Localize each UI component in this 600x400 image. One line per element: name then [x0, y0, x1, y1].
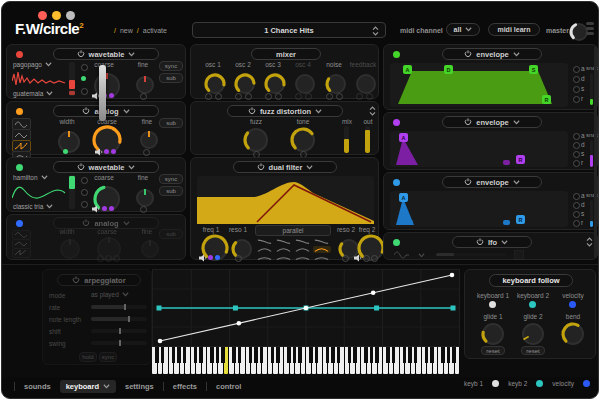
filter-type-button[interactable] — [255, 254, 273, 261]
sustain-handle[interactable] — [503, 160, 510, 165]
filter-type-button[interactable] — [274, 238, 292, 245]
piano-key-black[interactable] — [249, 347, 252, 363]
mod-slot[interactable] — [113, 255, 120, 262]
mod-slot[interactable] — [305, 93, 312, 100]
midi-channel-dropdown[interactable]: all — [446, 23, 480, 36]
osc2-type-dropdown[interactable]: analog — [53, 105, 159, 117]
attack-handle[interactable]: A — [403, 65, 412, 74]
mod-slot[interactable] — [235, 93, 242, 100]
piano-key-black[interactable] — [161, 347, 164, 363]
fuzz-distortion-dropdown[interactable]: fuzz distortion — [227, 105, 343, 117]
mod-slot[interactable] — [235, 255, 242, 262]
lfo-rate-slider[interactable] — [436, 253, 506, 256]
lfo-sync-toggle[interactable] — [514, 250, 524, 260]
piano-key-black[interactable] — [232, 347, 235, 363]
keyboard1-indicator[interactable] — [489, 301, 496, 308]
filter-response-display[interactable] — [197, 176, 374, 224]
nav-activate-link[interactable]: activate — [143, 27, 167, 34]
tab-effects[interactable]: effects — [173, 382, 197, 391]
lfo-stepper-icon[interactable] — [586, 237, 593, 247]
osc4-shape-saw-button[interactable] — [12, 248, 31, 258]
piano-key-black[interactable] — [348, 347, 351, 363]
osc3-type-dropdown[interactable]: wavetable — [53, 161, 159, 173]
mod-slot[interactable] — [366, 93, 373, 100]
power-icon[interactable] — [77, 163, 85, 171]
piano-key-black[interactable] — [309, 347, 312, 363]
mod-source-dot[interactable] — [111, 149, 116, 154]
mod-slot[interactable] — [215, 93, 222, 100]
mod-slot[interactable] — [205, 93, 212, 100]
filter-routing-selector[interactable]: parallel — [255, 225, 331, 236]
arp-sync-button[interactable]: sync — [99, 352, 117, 362]
osc3-sync-button[interactable]: sync — [159, 174, 183, 184]
piano-keyboard[interactable] — [152, 347, 460, 374]
arp-hold-button[interactable]: hold — [79, 352, 97, 362]
window-minimize-button[interactable] — [52, 11, 61, 20]
piano-key-black[interactable] — [425, 347, 428, 363]
osc1-enable-indicator[interactable] — [16, 51, 23, 58]
sustain-handle[interactable]: S — [529, 65, 538, 74]
osc3-sub-button[interactable]: sub — [159, 186, 183, 196]
power-icon[interactable] — [257, 163, 265, 171]
filter-type-button[interactable] — [274, 246, 292, 253]
env-s-radio[interactable] — [573, 86, 580, 93]
piano-key-black[interactable] — [452, 347, 455, 363]
arpeggiator-dropdown[interactable]: arpeggiator — [57, 274, 141, 286]
piano-key-black[interactable] — [276, 347, 279, 363]
env-d-radio[interactable] — [573, 202, 580, 209]
piano-key-black[interactable] — [375, 347, 378, 363]
env-d-radio[interactable] — [573, 76, 580, 83]
osc1-waveform-display[interactable] — [12, 70, 66, 90]
piano-key-black[interactable] — [287, 347, 290, 363]
arp-rate-slider[interactable] — [91, 305, 147, 309]
piano-key-black[interactable] — [199, 347, 202, 363]
env-a-radio[interactable] — [573, 193, 580, 200]
envelope3-enable-indicator[interactable] — [393, 179, 400, 186]
envelope1-dropdown[interactable]: envelope — [442, 48, 542, 60]
speaker-mod-icon[interactable] — [199, 254, 207, 262]
piano-key-black[interactable] — [414, 347, 417, 363]
arp-shift-slider[interactable] — [91, 329, 147, 333]
piano-key-black[interactable] — [216, 347, 219, 363]
mod-slot[interactable] — [97, 255, 104, 262]
osc2-width-knob[interactable] — [55, 128, 83, 156]
filter-type-button[interactable] — [313, 246, 331, 253]
osc3-mod-slot[interactable] — [81, 201, 88, 208]
out-slider[interactable] — [365, 126, 370, 153]
attack-handle[interactable]: A — [399, 133, 408, 142]
mod-source-dot[interactable] — [104, 149, 109, 154]
env-s-radio[interactable] — [573, 211, 580, 218]
envelope1-display[interactable]: A D S R — [390, 63, 568, 107]
osc1-type-dropdown[interactable]: wavetable — [53, 48, 159, 60]
keyboard-follow-graph[interactable] — [152, 269, 460, 347]
reso1-knob[interactable] — [229, 236, 255, 262]
sustain-handle[interactable] — [503, 220, 510, 225]
attack-handle[interactable]: A — [399, 193, 408, 202]
preset-stepper-icon[interactable] — [372, 26, 379, 36]
piano-key-black[interactable] — [331, 347, 334, 363]
snap-slider[interactable] — [590, 140, 593, 167]
mod-slot[interactable] — [336, 93, 343, 100]
dual-filter-dropdown[interactable]: dual filter — [233, 161, 337, 173]
piano-key-black[interactable] — [430, 347, 433, 363]
midi-learn-button[interactable]: midi learn — [488, 23, 540, 36]
envelope2-enable-indicator[interactable] — [393, 119, 400, 126]
mod-slot[interactable] — [326, 93, 333, 100]
piano-key-black[interactable] — [370, 347, 373, 363]
tab-sounds[interactable]: sounds — [24, 382, 51, 391]
env-a-radio[interactable] — [573, 133, 580, 140]
env-a-radio[interactable] — [573, 66, 580, 73]
mod-slot[interactable] — [245, 93, 252, 100]
filter-type-button[interactable] — [294, 238, 312, 245]
power-icon[interactable] — [82, 107, 90, 115]
snap-slider[interactable] — [590, 73, 593, 105]
mod-source-dot[interactable] — [63, 149, 68, 154]
piano-key-black[interactable] — [293, 347, 296, 363]
power-icon[interactable] — [72, 276, 80, 284]
mod-slot[interactable] — [371, 255, 378, 262]
piano-key-black[interactable] — [447, 347, 450, 363]
envelope3-dropdown[interactable]: envelope — [442, 176, 542, 188]
snap-slider[interactable] — [590, 200, 593, 227]
tab-keyboard[interactable]: keyboard — [60, 380, 116, 393]
decay-handle[interactable] — [407, 160, 414, 165]
